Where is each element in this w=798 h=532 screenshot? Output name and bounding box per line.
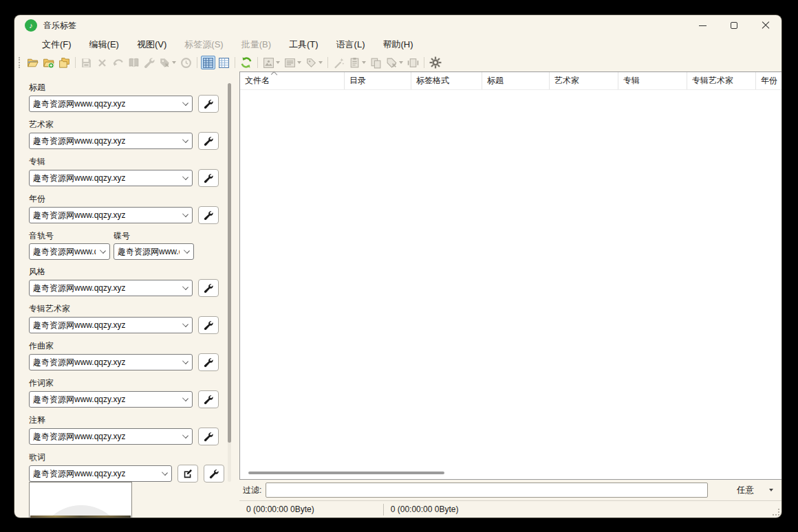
album-artist-combobox[interactable]: 趣奇资源网www.qqzy.xyz (29, 317, 193, 333)
chevron-down-icon (182, 395, 188, 401)
wrench-icon (204, 173, 213, 183)
field-label-composer: 作曲家 (29, 340, 239, 351)
field-label-album: 专辑 (29, 156, 239, 167)
settings-button[interactable] (428, 56, 443, 69)
save-button (79, 56, 94, 69)
chevron-down-icon (100, 247, 106, 254)
album-artist-tools-button[interactable] (198, 316, 219, 334)
wrench-icon (204, 432, 213, 441)
comment-tools-button[interactable] (198, 428, 219, 445)
table-header-row: 文件名 目录 标签格式 标题 艺术家 专辑 专辑艺术家 年份 (240, 72, 781, 90)
column-header-filename[interactable]: 文件名 (240, 72, 345, 89)
lyrics-tools-button[interactable] (204, 465, 224, 483)
add-folder-button[interactable] (41, 56, 56, 69)
comment-combobox[interactable]: 趣奇资源网www.qqzy.xyz (29, 428, 193, 445)
column-header-year[interactable]: 年份 (756, 72, 781, 89)
status-selected-count: 0 (00:00:00 0Byte) (239, 505, 321, 514)
close-icon (762, 21, 770, 30)
editor-panel-scrollbar[interactable] (228, 83, 231, 482)
table-horizontal-scrollbar[interactable] (248, 472, 444, 474)
column-header-tag-format[interactable]: 标签格式 (411, 72, 482, 89)
menu-view[interactable]: 视图(V) (129, 36, 175, 53)
copy-tag-icon (370, 57, 382, 69)
menu-edit[interactable]: 编辑(E) (81, 36, 127, 53)
field-label-disc: 碟号 (114, 230, 194, 241)
field-label-lyricist: 作词家 (29, 377, 239, 388)
copy-tag-button (369, 56, 383, 69)
toolbar (14, 54, 781, 71)
maximize-icon (731, 22, 737, 29)
chevron-down-icon (182, 284, 188, 290)
chevron-down-icon (182, 100, 188, 106)
dropdown-caret-icon (276, 61, 280, 64)
dropdown-caret-icon (297, 61, 301, 64)
menu-bar: 文件(F) 编辑(E) 视图(V) 标签源(S) 批量(B) 工具(T) 语言(… (14, 36, 781, 54)
grid-view-icon (202, 57, 214, 69)
close-button[interactable] (750, 15, 781, 36)
column-header-directory[interactable]: 目录 (345, 72, 411, 89)
composer-tools-button[interactable] (198, 353, 219, 371)
composer-combobox[interactable]: 趣奇资源网www.qqzy.xyz (29, 354, 193, 370)
toolbar-grip (19, 57, 21, 68)
wrench-icon (204, 357, 213, 367)
lyrics-edit-button[interactable] (177, 465, 198, 483)
wrench-icon (204, 395, 213, 404)
year-combobox[interactable]: 趣奇资源网www.qqzy.xyz (29, 207, 193, 223)
artist-tools-button[interactable] (198, 132, 219, 150)
chevron-down-icon (182, 174, 188, 180)
menu-file[interactable]: 文件(F) (34, 36, 80, 53)
text-convert-icon (284, 57, 296, 69)
remove-tag-icon (159, 57, 171, 69)
menu-language[interactable]: 语言(L) (328, 36, 374, 53)
album-combobox[interactable]: 趣奇资源网www.qqzy.xyz (29, 170, 193, 186)
editor-panel-scrollbar-thumb[interactable] (228, 83, 231, 443)
artist-combobox[interactable]: 趣奇资源网www.qqzy.xyz (29, 133, 193, 149)
paste-tag-icon (349, 57, 360, 69)
auto-fix-button (332, 56, 346, 69)
field-label-album-artist: 专辑艺术家 (29, 303, 239, 314)
menu-help[interactable]: 帮助(H) (374, 36, 421, 53)
undo-icon (112, 57, 124, 69)
title-tools-button[interactable] (198, 95, 219, 113)
genre-combobox[interactable]: 趣奇资源网www.qqzy.xyz (29, 280, 193, 296)
disc-combobox[interactable]: 趣奇资源网www.qqzy.xyz (114, 243, 194, 260)
wrench-icon (204, 99, 213, 109)
grid-view-alt-button[interactable] (217, 56, 231, 69)
maximize-button[interactable] (718, 15, 750, 36)
lyricist-combobox[interactable]: 趣奇资源网www.qqzy.xyz (29, 391, 193, 408)
column-header-title[interactable]: 标题 (482, 72, 550, 89)
toolbar-separator (197, 57, 197, 68)
refresh-button[interactable] (239, 56, 254, 69)
auto-fix-icon (333, 57, 345, 69)
resize-grip[interactable] (773, 509, 779, 516)
toolbar-separator (257, 57, 258, 68)
chevron-down-icon (184, 247, 190, 254)
year-tools-button[interactable] (198, 206, 219, 224)
minimize-button[interactable] (687, 15, 718, 36)
title-combobox[interactable]: 趣奇资源网www.qqzy.xyz (29, 96, 193, 112)
chevron-down-icon (769, 489, 773, 491)
column-header-album[interactable]: 专辑 (618, 72, 687, 89)
open-folder-button[interactable] (25, 56, 40, 69)
toolbar-separator (75, 57, 76, 68)
open-folders-icon (58, 57, 70, 69)
field-label-lyrics: 歌词 (29, 452, 239, 463)
column-header-artist[interactable]: 艺术家 (550, 72, 618, 89)
album-tools-button[interactable] (198, 169, 219, 187)
open-folders-button[interactable] (57, 56, 72, 69)
column-header-album-artist[interactable]: 专辑艺术家 (687, 72, 756, 89)
window-title: 音乐标签 (43, 20, 76, 32)
toolbar-separator (424, 57, 424, 68)
grid-view-button[interactable] (201, 56, 215, 69)
menu-tools[interactable]: 工具(T) (281, 36, 327, 53)
filter-input[interactable] (266, 483, 708, 498)
settings-gear-icon (429, 56, 442, 69)
track-combobox[interactable]: 趣奇资源网www.qqzy.xyz (29, 243, 110, 260)
lyrics-combobox[interactable]: 趣奇资源网www.qqzy.xyz (29, 465, 172, 482)
wrench-button (142, 56, 156, 69)
lyricist-tools-button[interactable] (198, 390, 219, 408)
genre-tools-button[interactable] (198, 279, 219, 297)
chevron-down-icon (182, 137, 188, 143)
album-art-placeholder[interactable] (29, 482, 132, 518)
filter-mode-dropdown[interactable]: 任意 (712, 485, 776, 496)
